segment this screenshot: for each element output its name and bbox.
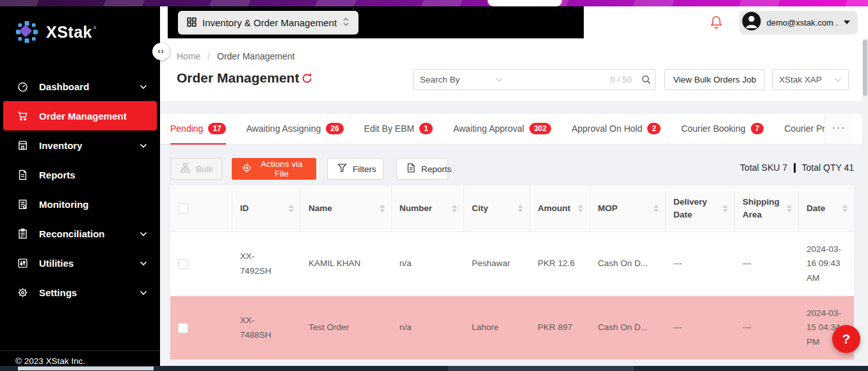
sidebar-item-monitoring[interactable]: Monitoring bbox=[0, 189, 160, 219]
sidebar-item-settings[interactable]: Settings bbox=[0, 278, 160, 307]
horizontal-scrollbar-thumb[interactable] bbox=[18, 367, 154, 370]
tab-label: Courier Processing bbox=[784, 123, 824, 134]
tab-count-badge: 2 bbox=[647, 123, 661, 134]
cell-mop: Cash On D... bbox=[590, 257, 666, 271]
sort-icon[interactable] bbox=[718, 205, 728, 212]
chevron-down-icon bbox=[140, 287, 147, 298]
app-root: XStak ° DashboardOrder ManagementInvento… bbox=[0, 0, 868, 371]
tab-count-badge: 17 bbox=[208, 123, 225, 134]
sort-icon[interactable] bbox=[837, 205, 848, 212]
column-label: Name bbox=[309, 202, 332, 215]
column-label: City bbox=[472, 202, 488, 215]
bulk-button[interactable]: Bulk bbox=[170, 158, 222, 180]
tabs-more-button[interactable]: ··· bbox=[824, 114, 853, 144]
top-notch bbox=[488, 0, 562, 6]
xstak-logo: XStak ° bbox=[0, 6, 160, 51]
column-header-date[interactable]: Date bbox=[799, 186, 854, 232]
tab-label: Awaiting Approval bbox=[453, 123, 524, 134]
sidebar-item-inventory[interactable]: Inventory bbox=[0, 130, 160, 160]
notification-bell-icon[interactable] bbox=[710, 15, 723, 29]
tab-courier-processing[interactable]: Courier Processing bbox=[784, 114, 824, 145]
tab-courier-booking[interactable]: Courier Booking7 bbox=[681, 114, 764, 145]
breadcrumb: Home / Order Management bbox=[177, 51, 294, 61]
search-input[interactable] bbox=[515, 75, 607, 84]
tab-awaiting-assigning[interactable]: Awaiting Assigning26 bbox=[246, 114, 344, 145]
actions-via-file-button[interactable]: Actions via File bbox=[232, 158, 316, 180]
tab-count-badge: 302 bbox=[529, 123, 551, 134]
cell-id: XX-7488SH bbox=[232, 313, 301, 342]
total-sku: Total SKU 7 bbox=[740, 162, 787, 173]
cell-city: Lahore bbox=[464, 320, 530, 335]
sort-icon[interactable] bbox=[447, 205, 457, 212]
vertical-scrollbar[interactable] bbox=[862, 38, 868, 366]
sidebar-collapse-button[interactable]: ‹› bbox=[152, 43, 170, 60]
cell-mop: Cash On D... bbox=[590, 320, 666, 335]
logo-text: XStak bbox=[46, 19, 92, 45]
sidebar-item-label: Dashboard bbox=[39, 81, 89, 92]
sidebar-item-reconciliation[interactable]: Reconciliation bbox=[0, 219, 160, 248]
appstore-grid-icon bbox=[187, 17, 197, 29]
sidebar-item-utilities[interactable]: Utilities bbox=[0, 248, 160, 278]
sidebar-item-label: Monitoring bbox=[39, 199, 88, 210]
breadcrumb-home[interactable]: Home bbox=[177, 51, 200, 61]
horizontal-scrollbar[interactable] bbox=[0, 366, 868, 371]
tab-awaiting-approval[interactable]: Awaiting Approval302 bbox=[453, 114, 551, 145]
sort-icon[interactable] bbox=[573, 205, 583, 212]
sidebar-item-reports[interactable]: Reports bbox=[0, 160, 160, 189]
avatar bbox=[742, 12, 761, 33]
cell-amount: PKR 12.6 bbox=[530, 257, 590, 271]
app-switcher-button[interactable]: Inventory & Order Management bbox=[178, 11, 358, 35]
tab-approval-on-hold[interactable]: Approval On Hold2 bbox=[572, 114, 661, 145]
column-header-shipping-area[interactable]: Shipping Area bbox=[735, 186, 799, 232]
cart-icon bbox=[17, 111, 28, 122]
tab-label: Pending bbox=[170, 123, 203, 134]
sort-icon[interactable] bbox=[782, 205, 792, 212]
search-button[interactable] bbox=[637, 69, 655, 90]
select-all-checkbox[interactable] bbox=[179, 203, 189, 214]
tab-edit-by-ebm[interactable]: Edit By EBM1 bbox=[364, 114, 433, 145]
tab-pending[interactable]: Pending17 bbox=[170, 114, 226, 145]
sidebar-item-dashboard[interactable]: Dashboard bbox=[0, 72, 160, 101]
xstak-flower-icon bbox=[14, 19, 40, 47]
row-checkbox[interactable] bbox=[178, 259, 188, 269]
column-label: Date bbox=[807, 202, 825, 215]
shop-icon bbox=[17, 140, 28, 151]
filters-button[interactable]: Filters bbox=[327, 158, 383, 180]
user-menu[interactable]: demo@xstak.com . bbox=[739, 11, 858, 35]
report-file-icon bbox=[406, 163, 415, 175]
row-checkbox[interactable] bbox=[178, 323, 188, 333]
help-button[interactable]: ? bbox=[832, 325, 860, 353]
table-row[interactable]: XX-7492SHKAMIL KHANn/aPeshawarPKR 12.6Ca… bbox=[170, 232, 854, 296]
app-switcher-label: Inventory & Order Management bbox=[202, 17, 337, 28]
column-header-number[interactable]: Number bbox=[392, 186, 464, 232]
sort-icon[interactable] bbox=[284, 205, 294, 212]
sidebar-item-order-management[interactable]: Order Management bbox=[3, 101, 157, 130]
xap-select[interactable]: XStak XAP bbox=[772, 69, 849, 90]
search-input-wrap: 0 / 50 bbox=[510, 69, 638, 90]
column-header-city[interactable]: City bbox=[464, 186, 530, 232]
table-row[interactable]: XX-7488SHTest Ordern/aLahorePKR 897Cash … bbox=[170, 296, 854, 360]
tab-label: Courier Booking bbox=[681, 123, 745, 134]
sort-icon[interactable] bbox=[513, 205, 523, 212]
sort-icon[interactable] bbox=[648, 205, 659, 212]
refresh-icon[interactable] bbox=[301, 72, 313, 86]
column-header-name[interactable]: Name bbox=[301, 186, 392, 232]
bulk-cluster-icon bbox=[181, 163, 190, 175]
sidebar: XStak ° DashboardOrder ManagementInvento… bbox=[0, 6, 160, 371]
app-header: Inventory & Order Management bbox=[160, 6, 868, 38]
cell-amount: PKR 897 bbox=[530, 320, 590, 335]
vertical-scrollbar-thumb[interactable] bbox=[863, 40, 867, 96]
target-icon bbox=[242, 163, 252, 175]
cell-city: Peshawar bbox=[464, 257, 530, 271]
view-bulk-orders-button[interactable]: View Bulk Orders Job bbox=[664, 69, 765, 90]
table-header: IDNameNumberCityAmountMOPDelivery DateSh… bbox=[170, 186, 854, 232]
column-header-amount[interactable]: Amount bbox=[530, 186, 590, 232]
column-header-id[interactable]: ID bbox=[232, 186, 301, 232]
column-header-delivery-date[interactable]: Delivery Date bbox=[666, 186, 735, 232]
column-header-mop[interactable]: MOP bbox=[590, 186, 666, 232]
funnel-icon bbox=[337, 163, 347, 175]
column-label: ID bbox=[240, 202, 249, 215]
sort-icon[interactable] bbox=[374, 205, 385, 212]
reports-button[interactable]: Reports bbox=[396, 158, 448, 180]
search-by-select[interactable]: Search By bbox=[413, 69, 510, 90]
